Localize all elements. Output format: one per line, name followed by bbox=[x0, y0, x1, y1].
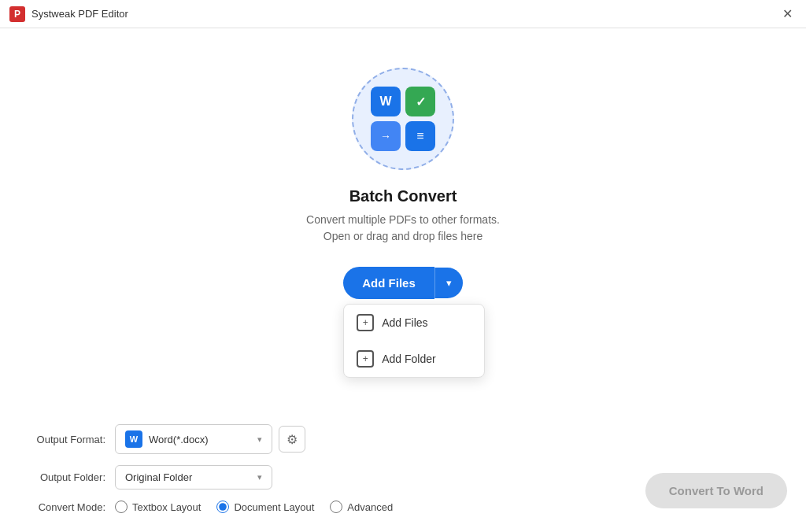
dropdown-add-folder[interactable]: + Add Folder bbox=[344, 341, 484, 377]
output-folder-select[interactable]: Original Folder ▾ bbox=[115, 465, 272, 490]
output-format-row: Output Format: W Word(*.docx) ▾ ⚙ bbox=[19, 424, 787, 454]
add-files-group: Add Files ▾ + Add Files + Add Folder bbox=[343, 267, 463, 299]
batch-convert-title: Batch Convert bbox=[349, 187, 457, 205]
output-format-chevron-icon: ▾ bbox=[257, 434, 262, 445]
output-folder-label: Output Folder: bbox=[19, 471, 105, 483]
radio-textbox-input[interactable] bbox=[115, 501, 128, 513]
radio-textbox-layout[interactable]: Textbox Layout bbox=[115, 501, 201, 513]
radio-advanced[interactable]: Advanced bbox=[330, 501, 393, 513]
app-logo-icon: P bbox=[9, 6, 25, 22]
add-files-dropdown: + Add Files + Add Folder bbox=[343, 304, 485, 378]
dropdown-add-files[interactable]: + Add Files bbox=[344, 305, 484, 341]
convert-mode-label: Convert Mode: bbox=[19, 501, 105, 513]
dropdown-add-files-label: Add Files bbox=[382, 316, 427, 329]
output-folder-chevron-icon: ▾ bbox=[257, 472, 262, 482]
radio-document-input[interactable] bbox=[216, 501, 229, 513]
word-icon: W bbox=[371, 87, 401, 116]
add-files-chevron-button[interactable]: ▾ bbox=[434, 268, 463, 298]
add-files-button[interactable]: Add Files bbox=[343, 267, 434, 299]
excel-icon: ≡ bbox=[405, 121, 435, 151]
batch-convert-subtitle: Convert multiple PDFs to other formats. … bbox=[306, 212, 500, 245]
format-select-wrapper: W Word(*.docx) ▾ ⚙ bbox=[115, 424, 305, 454]
output-format-select[interactable]: W Word(*.docx) ▾ bbox=[115, 424, 272, 454]
title-bar-left: P Systweak PDF Editor bbox=[9, 6, 128, 22]
add-files-dropdown-icon: + bbox=[357, 314, 374, 331]
app-title: Systweak PDF Editor bbox=[31, 8, 128, 20]
gear-icon: ⚙ bbox=[287, 432, 298, 447]
convert-to-word-button[interactable]: Convert To Word bbox=[645, 473, 787, 508]
gear-settings-button[interactable]: ⚙ bbox=[279, 426, 305, 453]
radio-textbox-label: Textbox Layout bbox=[132, 501, 201, 513]
word-icon-small: W bbox=[125, 430, 142, 448]
arrow-icon: → bbox=[371, 121, 401, 151]
output-format-value: Word(*.docx) bbox=[149, 434, 209, 445]
main-content: W ✓ → ≡ Batch Convert Convert multiple P… bbox=[0, 28, 806, 532]
dropdown-add-folder-label: Add Folder bbox=[382, 353, 435, 365]
radio-document-layout[interactable]: Document Layout bbox=[216, 501, 314, 513]
bottom-section: Output Format: W Word(*.docx) ▾ ⚙ Output… bbox=[0, 410, 806, 532]
radio-advanced-input[interactable] bbox=[330, 501, 342, 513]
add-folder-dropdown-icon: + bbox=[357, 350, 374, 368]
title-bar: P Systweak PDF Editor ✕ bbox=[0, 0, 806, 28]
icon-grid: W ✓ → ≡ bbox=[371, 87, 435, 151]
output-format-label: Output Format: bbox=[19, 434, 105, 445]
radio-document-label: Document Layout bbox=[234, 501, 314, 513]
hero-icon-circle: W ✓ → ≡ bbox=[352, 68, 454, 170]
close-button[interactable]: ✕ bbox=[778, 5, 797, 24]
radio-group: Textbox Layout Document Layout Advanced bbox=[115, 501, 393, 513]
check-icon: ✓ bbox=[405, 87, 435, 116]
radio-advanced-label: Advanced bbox=[347, 501, 393, 513]
output-folder-value: Original Folder bbox=[125, 471, 192, 483]
